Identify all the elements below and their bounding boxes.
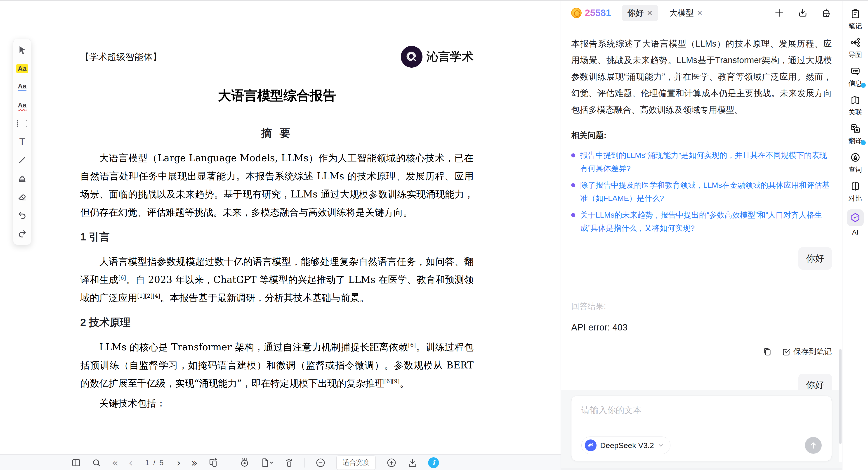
- zoom-out-button[interactable]: [315, 457, 326, 468]
- summary-text: 本报告系统综述了大语言模型（LLMs）的技术原理、发展历程、应用场景、挑战及未来…: [571, 35, 832, 118]
- clear-chat-button[interactable]: [820, 7, 832, 19]
- text-tool-button[interactable]: T: [16, 136, 28, 148]
- chat-panel-header: 25581 你好 ✕ 大模型 ✕: [561, 1, 842, 25]
- dictionary-icon: [850, 152, 861, 163]
- answer-result-label: 回答结果:: [571, 301, 832, 312]
- rail-item-translate[interactable]: 翻译: [848, 123, 862, 146]
- compare-icon: [850, 181, 861, 192]
- search-icon: [92, 458, 101, 468]
- redo-button[interactable]: [16, 228, 28, 239]
- zoom-in-button[interactable]: [386, 457, 397, 468]
- panel-footer-divider: [561, 468, 842, 470]
- citation-ref: [1][2][4]: [137, 293, 160, 299]
- save-check-icon: [781, 347, 791, 357]
- annotation-toolbar: Aa Aa Aa T: [13, 39, 31, 245]
- doc-header-tag: 【学术超级智能体】: [80, 51, 162, 63]
- highlight-aa-icon: Aa: [16, 64, 28, 73]
- section-2-paragraph: LLMs 的核心是 Transformer 架构，通过自注意力机制捕捉长距离依赖…: [80, 338, 473, 392]
- close-icon[interactable]: ✕: [697, 9, 703, 17]
- tab-nihao[interactable]: 你好 ✕: [622, 5, 658, 21]
- redo-icon: [17, 229, 27, 238]
- highlighter-pen-tool-button[interactable]: [16, 173, 28, 184]
- citation-ref: [6]: [408, 342, 416, 348]
- section-2-tail: 关键技术包括：: [80, 394, 473, 412]
- viewer-toolbar: « ‹ 1 / 5 › » 适合宽度: [0, 454, 561, 470]
- rail-item-ai[interactable]: AI: [847, 209, 864, 236]
- related-question-link[interactable]: 关于LLMs的未来趋势，报告中提出的“参数高效模型”和“人口对齐人格生成”具体是…: [571, 208, 832, 235]
- copy-icon: [762, 347, 772, 357]
- export-chat-button[interactable]: [797, 7, 808, 19]
- chat-messages: 本报告系统综述了大语言模型（LLMs）的技术原理、发展历程、应用场景、挑战及未来…: [561, 25, 842, 390]
- related-question-link[interactable]: 报告中提到的LLMs“涌现能力”是如何实现的，并且其在不同规模下的表现有何具体差…: [571, 149, 832, 175]
- page-layout-button[interactable]: [208, 458, 218, 468]
- ai-active-chip: [847, 209, 864, 226]
- rail-item-info[interactable]: 信息: [848, 66, 862, 88]
- arrow-up-icon: [809, 441, 818, 450]
- pdf-viewer: Aa Aa Aa T: [0, 1, 561, 470]
- model-name: DeepSeek V3.2: [600, 441, 654, 450]
- line-tool-button[interactable]: [16, 154, 28, 166]
- model-selector[interactable]: DeepSeek V3.2: [581, 437, 671, 454]
- prev-page-button[interactable]: ‹: [129, 458, 133, 468]
- cursor-tool-button[interactable]: [16, 44, 28, 56]
- dashed-rect-icon: [17, 120, 27, 127]
- rect-select-tool-button[interactable]: [16, 118, 28, 129]
- brand-logo-icon: [401, 46, 423, 68]
- toolbar-divider: [229, 458, 229, 468]
- sidebar-toggle-button[interactable]: [71, 458, 81, 468]
- credit-count: 25581: [585, 7, 611, 18]
- save-to-note-button[interactable]: 保存到笔记: [781, 347, 832, 357]
- chat-scrollbar[interactable]: [839, 326, 842, 462]
- new-chat-button[interactable]: [774, 7, 785, 19]
- fit-width-button[interactable]: 适合宽度: [336, 456, 376, 470]
- reading-mode-button[interactable]: [239, 458, 250, 468]
- squiggly-aa-icon: Aa: [18, 102, 26, 109]
- message-actions: 保存到笔记: [571, 347, 832, 357]
- brand-name: 沁言学术: [427, 49, 473, 65]
- send-button[interactable]: [805, 437, 822, 454]
- rail-item-notes[interactable]: 笔记: [848, 8, 862, 31]
- text-T-icon: T: [19, 137, 25, 147]
- info-button[interactable]: i: [428, 457, 439, 468]
- rail-item-dictionary[interactable]: 查词: [848, 152, 862, 174]
- citation-ref: [6][9]: [384, 378, 400, 384]
- rail-item-related[interactable]: 关联: [848, 94, 862, 117]
- message-icon: [850, 66, 861, 77]
- ai-hexagon-icon: [850, 212, 861, 224]
- chat-input[interactable]: [581, 404, 822, 437]
- chat-scrollbar-thumb[interactable]: [839, 349, 842, 444]
- first-page-button[interactable]: «: [112, 458, 118, 468]
- related-questions-label: 相关问题:: [571, 130, 832, 141]
- page-mode-icon: [260, 458, 273, 468]
- rail-item-compare[interactable]: 对比: [848, 181, 862, 203]
- next-page-button[interactable]: ›: [177, 458, 181, 468]
- zoom-in-icon: [386, 457, 397, 468]
- eraser-tool-button[interactable]: [16, 191, 28, 203]
- doc-title: 大语言模型综合报告: [80, 87, 473, 105]
- highlighter-icon: [17, 173, 27, 184]
- answer-text: API error: 403: [571, 322, 832, 332]
- related-question-link[interactable]: 除了报告中提及的医学和教育领域，LLMs在金融领域的具体应用和评估基准（如FLA…: [571, 178, 832, 205]
- chat-input-card: DeepSeek V3.2: [571, 395, 832, 461]
- squiggly-text-tool-button[interactable]: Aa: [16, 99, 28, 111]
- undo-button[interactable]: [16, 209, 28, 221]
- related-questions: 相关问题: 报告中提到的LLMs“涌现能力”是如何实现的，并且其在不同规模下的表…: [571, 130, 832, 235]
- highlight-text-tool-button[interactable]: Aa: [16, 63, 28, 75]
- copy-button[interactable]: [762, 347, 772, 357]
- close-icon[interactable]: ✕: [647, 9, 653, 17]
- rail-item-mindmap[interactable]: 导图: [848, 37, 862, 59]
- section-2-heading: 2 技术原理: [80, 316, 473, 329]
- underline-text-tool-button[interactable]: Aa: [16, 81, 28, 93]
- rotate-button[interactable]: [284, 458, 294, 468]
- download-icon: [797, 7, 808, 19]
- sidebar-icon: [71, 458, 81, 468]
- abstract-heading: 摘 要: [80, 126, 473, 141]
- download-document-button[interactable]: [407, 458, 418, 468]
- clipboard-icon: [850, 8, 861, 19]
- page-mode-dropdown[interactable]: [260, 458, 273, 468]
- search-button[interactable]: [92, 458, 101, 468]
- eraser-icon: [17, 192, 27, 202]
- section-1-paragraph: 大语言模型指参数规模超过数十亿的语言模型，能够处理复杂自然语言任务，如问答、翻译…: [80, 253, 473, 307]
- last-page-button[interactable]: »: [191, 458, 197, 468]
- tab-damoxing[interactable]: 大模型 ✕: [664, 5, 708, 21]
